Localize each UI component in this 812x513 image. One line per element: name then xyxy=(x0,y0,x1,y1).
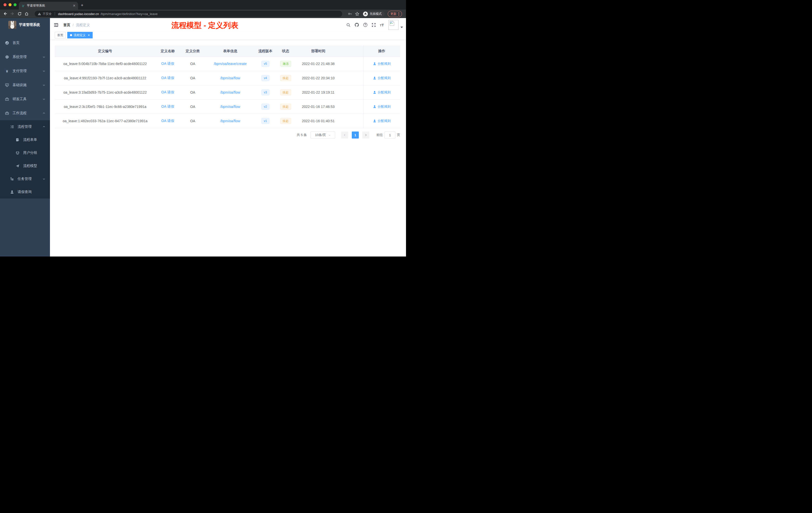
user-icon xyxy=(10,190,14,194)
sidebar-menu: 首页 系统管理 ¥ 支付管理 基础设施 xyxy=(0,36,50,199)
window-close-button[interactable] xyxy=(3,3,6,6)
definition-name-link[interactable]: OA 请假 xyxy=(161,119,174,123)
sidebar-logo[interactable]: 芋道管理系统 xyxy=(0,18,50,32)
browser-titlebar: 芋道管理系统 ✕ + xyxy=(0,0,406,9)
definition-id: oa_leave:1:482ec033-762a-11ec-8477-a2380… xyxy=(55,114,155,128)
version-badge: v2 xyxy=(261,104,270,110)
window-minimize-button[interactable] xyxy=(8,3,11,6)
definition-name-link[interactable]: OA 请假 xyxy=(161,76,174,80)
sidebar-item-workflow[interactable]: 工作流程 xyxy=(0,106,50,120)
version-badge: v1 xyxy=(261,118,270,124)
column-header-version: 流程版本 xyxy=(255,46,276,57)
form-link[interactable]: /bpm/oa/flow xyxy=(220,76,240,80)
sidebar-item-label: 任务管理 xyxy=(18,177,32,181)
browser-update-menu[interactable]: 更新 xyxy=(388,11,402,17)
definition-name-link[interactable]: OA 请假 xyxy=(161,90,174,95)
key-icon[interactable] xyxy=(348,12,352,16)
tag-home[interactable]: 首页 xyxy=(55,32,66,38)
github-icon[interactable] xyxy=(354,23,359,27)
robot-face-icon xyxy=(16,151,20,155)
caret-down-icon[interactable] xyxy=(401,27,403,28)
definition-name-link[interactable]: OA 请假 xyxy=(161,104,174,109)
sidebar-item-payment[interactable]: ¥ 支付管理 xyxy=(0,64,50,78)
sidebar-item-label: 支付管理 xyxy=(12,69,27,73)
sidebar-item-infrastructure[interactable]: 基础设施 xyxy=(0,78,50,92)
assign-rule-link[interactable]: 分配规则 xyxy=(373,76,391,80)
column-header-form: 表单信息 xyxy=(205,46,255,57)
tag-close-icon[interactable]: ✕ xyxy=(88,34,90,37)
goto-page-input[interactable] xyxy=(384,131,396,139)
chevron-down-icon xyxy=(42,98,46,101)
assign-rule-link[interactable]: 分配规则 xyxy=(373,119,391,123)
reload-icon[interactable] xyxy=(18,12,22,16)
form-link[interactable]: /bpm/oa/leave/create xyxy=(214,62,247,66)
definition-name-link[interactable]: OA 请假 xyxy=(161,61,174,66)
home-icon[interactable] xyxy=(25,12,29,16)
chevron-up-icon xyxy=(42,112,46,115)
table-row: oa_leave:5:004b710b-7b8a-11ec-8ef0-acde4… xyxy=(55,57,400,71)
page-content: 定义编号 定义名称 定义分类 表单信息 流程版本 状态 部署时间 操作 oa_l… xyxy=(50,46,406,139)
window-zoom-button[interactable] xyxy=(13,3,17,6)
sidebar-item-home[interactable]: 首页 xyxy=(0,36,50,50)
column-header-spacer xyxy=(341,46,363,57)
annotation-title: 流程模型 - 定义列表 xyxy=(172,20,238,31)
prev-page-button[interactable] xyxy=(341,131,348,139)
definition-id: oa_leave:5:004b710b-7b8a-11ec-8ef0-acde4… xyxy=(55,57,155,71)
sidebar-item-task-mgmt[interactable]: 任务管理 xyxy=(0,173,50,185)
sidebar-item-process-form[interactable]: 流程表单 xyxy=(0,133,50,146)
help-icon[interactable] xyxy=(363,23,368,27)
browser-tab[interactable]: 芋道管理系统 ✕ xyxy=(19,2,78,9)
forward-icon[interactable] xyxy=(10,11,14,16)
assign-rule-link[interactable]: 分配规则 xyxy=(373,104,391,109)
assign-rule-link[interactable]: 分配规则 xyxy=(373,90,391,95)
font-size-icon[interactable]: TT xyxy=(380,23,384,27)
current-page-button[interactable]: 1 xyxy=(352,131,359,139)
sidebar-item-label: 用户分组 xyxy=(23,151,37,155)
tag-process-definition[interactable]: 流程定义 ✕ xyxy=(67,32,93,38)
chevron-down-icon xyxy=(328,134,331,137)
next-page-button[interactable] xyxy=(362,131,369,139)
incognito-label: 无痕模式 xyxy=(370,12,382,16)
sidebar-item-leave-query[interactable]: 请假查询 xyxy=(0,185,50,199)
form-link[interactable]: /bpm/oa/flow xyxy=(220,90,240,94)
hamburger-icon[interactable] xyxy=(54,23,58,27)
column-header-action: 操作 xyxy=(363,46,400,57)
user-icon xyxy=(373,62,376,65)
breadcrumb-home[interactable]: 首页 xyxy=(63,23,70,27)
assign-rule-link[interactable]: 分配规则 xyxy=(373,61,391,66)
sidebar-item-process-mgmt[interactable]: 流程管理 xyxy=(0,120,50,133)
url-bar[interactable]: 不安全 dashboard.yudao.iocoder.cn/bpm/manag… xyxy=(35,11,342,17)
dashboard-icon xyxy=(5,41,9,45)
status-badge: 挂起 xyxy=(280,89,291,95)
navbar: 首页 / 流程定义 流程模型 - 定义列表 TT xyxy=(50,18,406,32)
deploy-time: 2022-01-22 21:48:38 xyxy=(295,57,341,71)
table-row: oa_leave:4:991f2193-7b7f-11ec-a3c8-acde4… xyxy=(55,71,400,85)
form-link[interactable]: /bpm/oa/flow xyxy=(220,105,240,109)
app-frame: 芋道管理系统 首页 系统管理 ¥ 支付管理 xyxy=(0,18,406,256)
deploy-time: 2022-01-22 19:19:11 xyxy=(295,85,341,99)
new-tab-button[interactable]: + xyxy=(81,3,83,7)
bookmark-star-icon[interactable] xyxy=(355,12,359,16)
app-title: 芋道管理系统 xyxy=(19,23,40,27)
briefcase-icon xyxy=(5,111,9,115)
fullscreen-icon[interactable] xyxy=(372,23,376,27)
page-size-select[interactable]: 10条/页 xyxy=(311,131,335,139)
user-icon xyxy=(373,76,376,80)
sidebar-item-devtools[interactable]: 研发工具 xyxy=(0,92,50,106)
tab-close-icon[interactable]: ✕ xyxy=(73,4,76,7)
sidebar-item-system[interactable]: 系统管理 xyxy=(0,50,50,64)
tab-title: 芋道管理系统 xyxy=(27,3,71,8)
sidebar-item-process-model[interactable]: 流程模型 xyxy=(0,159,50,173)
column-header-name: 定义名称 xyxy=(155,46,180,57)
tree-icon xyxy=(10,177,14,181)
definition-table: 定义编号 定义名称 定义分类 表单信息 流程版本 状态 部署时间 操作 oa_l… xyxy=(55,46,400,128)
avatar[interactable] xyxy=(388,20,399,30)
user-menu xyxy=(388,20,403,30)
form-link[interactable]: /bpm/oa/flow xyxy=(220,119,240,123)
back-icon[interactable] xyxy=(3,11,7,16)
sidebar-item-user-group[interactable]: 用户分组 xyxy=(0,146,50,159)
sidebar-item-label: 系统管理 xyxy=(12,55,27,59)
main-area: 首页 / 流程定义 流程模型 - 定义列表 TT xyxy=(50,18,406,256)
kebab-menu-icon xyxy=(399,12,399,16)
search-icon[interactable] xyxy=(346,23,350,27)
